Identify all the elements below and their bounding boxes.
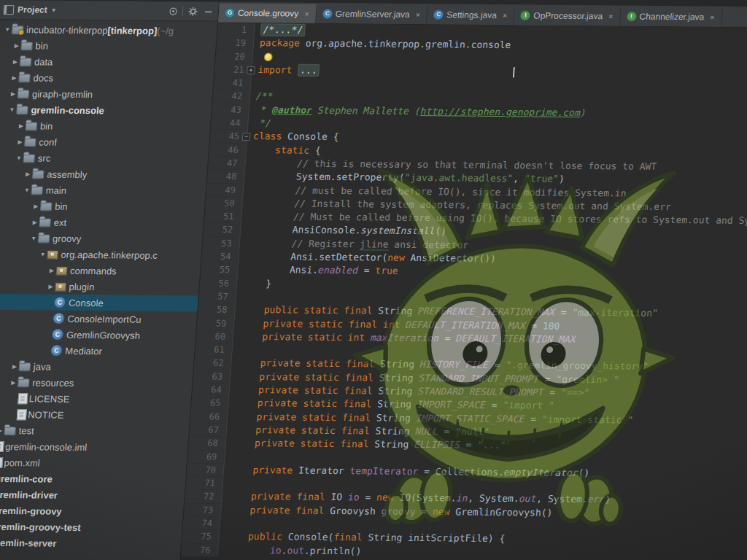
tree-item-mediator[interactable]: CMediator: [0, 342, 195, 360]
tree-item-conf[interactable]: ▶conf: [0, 133, 209, 152]
chevron-collapsed-icon[interactable]: ▶: [8, 90, 19, 97]
tree-item-gremlin-groovy-test[interactable]: ▶gremlin-groovy-test: [0, 518, 182, 537]
code-text[interactable]: class Console {: [247, 130, 339, 144]
code-token: NULL: [415, 426, 438, 437]
tree-item-commands[interactable]: ▶commands: [0, 262, 201, 280]
tree-item-gremlin-console-iml[interactable]: gremlin-console.iml: [0, 438, 188, 456]
chevron-expanded-icon[interactable]: ▼: [14, 155, 25, 161]
code-text[interactable]: [252, 50, 275, 64]
code-text[interactable]: /**: [249, 90, 274, 104]
code-token: =: [488, 359, 506, 370]
chevron-collapsed-icon[interactable]: ▶: [15, 139, 26, 145]
code-text[interactable]: static {: [246, 144, 321, 158]
chevron-collapsed-icon[interactable]: ▶: [11, 42, 22, 49]
tree-item-bin[interactable]: ▶bin: [0, 117, 211, 136]
tree-item-data[interactable]: ▶data: [0, 53, 215, 71]
code-token: ): [605, 494, 611, 505]
chevron-collapsed-icon[interactable]: ▶: [8, 379, 19, 386]
chevron-collapsed-icon[interactable]: ▶: [47, 267, 58, 273]
close-icon[interactable]: ×: [710, 12, 715, 21]
code-text[interactable]: */: [248, 117, 272, 131]
tree-item-notice[interactable]: NOTICE: [0, 406, 190, 424]
chevron-collapsed-icon[interactable]: ▶: [10, 58, 21, 65]
close-icon[interactable]: ×: [608, 12, 614, 20]
tree-item-main[interactable]: ▼main: [0, 182, 206, 200]
chevron-expanded-icon[interactable]: ▼: [28, 235, 39, 241]
code-text[interactable]: [236, 290, 242, 303]
tab-console-groovy[interactable]: GConsole.groovy×: [218, 4, 317, 23]
chevron-expanded-icon[interactable]: ▼: [37, 251, 48, 257]
tree-item-org-apache-tinkerpop-c[interactable]: ▼org.apache.tinkerpop.c: [0, 246, 201, 264]
code-text[interactable]: private static final String ELLIPSIS = "…: [225, 437, 506, 453]
code-text[interactable]: AnsiConsole.systemInstall(): [241, 223, 447, 238]
code-text[interactable]: Ansi.enabled = true: [238, 263, 399, 278]
project-icon: [12, 26, 23, 34]
tree-item-gremlin-console[interactable]: ▼gremlin-console: [0, 101, 212, 120]
tree-item-gremlin-core[interactable]: ▶gremlin-core: [0, 470, 186, 489]
fold-marker[interactable]: −: [242, 133, 251, 141]
chevron-collapsed-icon[interactable]: ▶: [9, 74, 20, 81]
folder-icon: [41, 203, 52, 211]
tree-item-assembly[interactable]: ▶assembly: [0, 166, 207, 184]
tree-item-docs[interactable]: ▶docs: [0, 69, 214, 88]
minimize-icon[interactable]: [202, 5, 214, 17]
folded-region[interactable]: ...: [298, 63, 320, 76]
tab-channelizer-java[interactable]: IChannelizer.java×: [620, 7, 723, 26]
code-text[interactable]: /*...*/: [255, 23, 306, 37]
chevron-collapsed-icon[interactable]: ▶: [9, 363, 20, 370]
chevron-collapsed-icon[interactable]: ▶: [31, 203, 42, 209]
folded-region[interactable]: /*...*/: [260, 23, 306, 36]
chevron-expanded-icon[interactable]: ▼: [22, 187, 33, 193]
tree-item-plugin[interactable]: ▶plugin: [0, 278, 199, 296]
code-text[interactable]: [220, 517, 226, 530]
close-icon[interactable]: ×: [503, 11, 508, 20]
tree-item-groovy[interactable]: ▼groovy: [0, 230, 203, 248]
code-text[interactable]: [222, 477, 229, 490]
fold-marker[interactable]: +: [247, 66, 255, 74]
tree-item-pom-xml[interactable]: pom.xml: [0, 454, 187, 472]
code-text[interactable]: [225, 450, 231, 463]
code-token: "max-iteration": [572, 307, 658, 319]
tree-item-src[interactable]: ▼src: [0, 149, 209, 168]
code-text[interactable]: import ...: [252, 63, 516, 79]
tree-item-giraph-gremlin[interactable]: ▶giraph-gremlin: [0, 85, 213, 104]
tab-label: GremlinServer.java: [335, 9, 410, 20]
tree-item-gremlin-groovy[interactable]: ▶gremlin-groovy: [0, 502, 184, 521]
intention-bulb-icon[interactable]: [264, 53, 272, 61]
code-text[interactable]: [251, 77, 258, 90]
tree-item-console[interactable]: CConsole: [0, 294, 198, 312]
close-icon[interactable]: ×: [415, 10, 420, 19]
tree-item-resources[interactable]: ▶resources: [0, 374, 193, 392]
tree-item-java[interactable]: ▶java: [0, 358, 194, 376]
tree-item-gremlin-driver[interactable]: ▶gremlin-driver: [0, 486, 185, 505]
chevron-expanded-icon[interactable]: ▼: [2, 26, 13, 33]
chevron-down-icon[interactable]: ▼: [50, 7, 57, 13]
code-text[interactable]: package org.apache.tinkerpop.gremlin.con…: [253, 36, 511, 52]
chevron-collapsed-icon[interactable]: ▶: [45, 283, 56, 289]
close-icon[interactable]: ×: [304, 9, 309, 18]
code-token: ): [558, 174, 565, 184]
chevron-collapsed-icon[interactable]: ▶: [23, 171, 34, 177]
code-editor[interactable]: 1/*...*/19package org.apache.tinkerpop.g…: [179, 23, 747, 560]
gear-icon[interactable]: [187, 5, 199, 17]
tree-item-gremlin-server[interactable]: ▶gremlin-server: [0, 534, 182, 553]
tree-item-bin[interactable]: ▶bin: [0, 198, 205, 216]
tree-item-gremlingroovysh[interactable]: CGremlinGroovysh: [0, 326, 196, 344]
code-token: true: [375, 265, 398, 276]
tab-settings-java[interactable]: CSettings.java×: [427, 5, 515, 25]
code-text[interactable]: io.out.println(): [218, 543, 362, 558]
tree-item-bin[interactable]: ▶bin: [0, 37, 216, 55]
tree-item-incubator-tinkerpop[interactable]: ▼incubator-tinkerpop [tinkerpop] (~/g: [0, 21, 217, 39]
tree-item-test[interactable]: ▶test: [0, 422, 190, 440]
tree-item-license[interactable]: LICENSE: [0, 390, 192, 408]
tab-gremlinserver-java[interactable]: CGremlinServer.java×: [316, 4, 428, 24]
locate-icon[interactable]: [167, 5, 179, 17]
tree-item-ext[interactable]: ▶ext: [0, 214, 204, 232]
chevron-collapsed-icon[interactable]: ▶: [29, 219, 40, 225]
tree-item-consoleimportcu[interactable]: CConsoleImportCu: [0, 310, 197, 328]
code-text[interactable]: [232, 343, 239, 357]
code-text[interactable]: }: [236, 276, 271, 290]
tab-opprocessor-java[interactable]: IOpProcessor.java×: [514, 6, 621, 26]
chevron-expanded-icon[interactable]: ▼: [7, 106, 18, 113]
chevron-collapsed-icon[interactable]: ▶: [16, 122, 27, 129]
